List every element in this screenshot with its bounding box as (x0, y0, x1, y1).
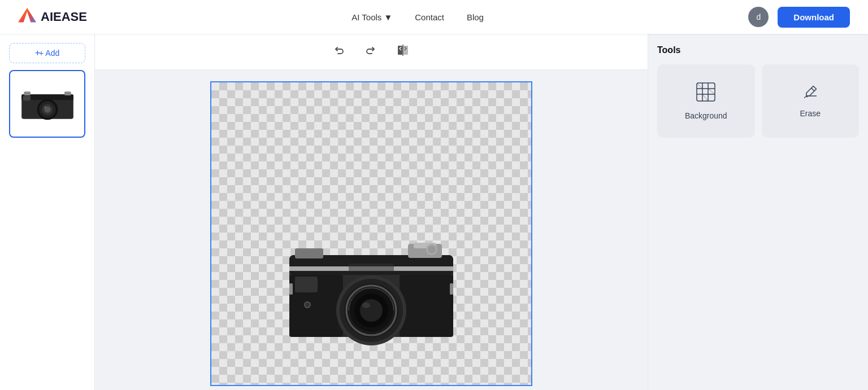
logo-text: AIEASE (41, 10, 87, 24)
svg-point-28 (362, 303, 370, 308)
svg-line-42 (697, 83, 702, 89)
compare-button[interactable] (392, 42, 414, 62)
add-button[interactable]: + + Add (9, 43, 85, 63)
svg-point-6 (44, 106, 46, 108)
svg-rect-11 (403, 46, 408, 55)
redo-button[interactable] (361, 42, 381, 61)
left-sidebar: + + Add (0, 34, 95, 390)
svg-rect-9 (23, 96, 30, 100)
svg-rect-18 (295, 248, 323, 258)
main-layout: + + Add (0, 34, 868, 390)
camera-image (284, 238, 459, 351)
svg-line-44 (702, 94, 708, 101)
svg-line-45 (811, 88, 814, 91)
thumbnail-image (19, 84, 76, 124)
erase-icon (802, 84, 818, 102)
svg-point-36 (428, 246, 436, 253)
svg-rect-34 (349, 264, 394, 271)
svg-point-27 (360, 299, 383, 322)
logo[interactable]: AIEASE (18, 8, 87, 26)
tools-title: Tools (657, 45, 859, 55)
nav-actions: d Download (748, 7, 850, 28)
canvas-wrapper (199, 70, 544, 390)
right-panel: Tools (648, 34, 868, 390)
svg-rect-7 (24, 91, 31, 95)
header: AIEASE AI Tools ▼ Contact Blog d Downloa… (0, 0, 868, 34)
nav-ai-tools[interactable]: AI Tools ▼ (351, 12, 392, 22)
tool-card-background[interactable]: Background (657, 64, 755, 138)
tool-card-erase[interactable]: Erase (762, 64, 860, 138)
svg-point-33 (305, 303, 310, 307)
nav-contact[interactable]: Contact (415, 12, 444, 22)
nav: AI Tools ▼ Contact Blog (351, 12, 484, 22)
chevron-down-icon: ▼ (384, 12, 392, 22)
canvas-area (95, 34, 648, 390)
svg-rect-31 (450, 283, 453, 295)
tools-grid: Background Erase (657, 64, 859, 138)
undo-button[interactable] (329, 42, 349, 61)
background-icon (696, 82, 716, 104)
thumbnail-card[interactable] (9, 70, 85, 138)
avatar[interactable]: d (748, 7, 769, 27)
logo-icon (18, 8, 36, 26)
erase-tool-label: Erase (800, 109, 821, 118)
svg-rect-30 (289, 283, 293, 295)
download-button[interactable]: Download (778, 7, 850, 28)
svg-rect-20 (400, 275, 453, 337)
svg-rect-8 (64, 91, 71, 95)
nav-blog[interactable]: Blog (467, 12, 484, 22)
background-tool-label: Background (685, 111, 727, 120)
svg-line-43 (708, 89, 715, 94)
svg-rect-29 (295, 277, 318, 292)
toolbar (95, 34, 648, 70)
svg-rect-10 (398, 46, 402, 55)
canvas-frame (210, 81, 532, 386)
